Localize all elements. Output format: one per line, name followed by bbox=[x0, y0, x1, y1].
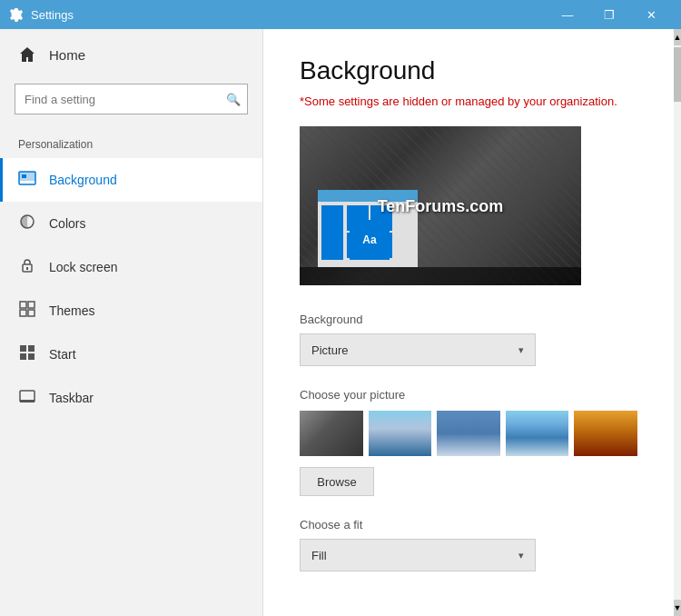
picture-thumb-3[interactable] bbox=[437, 411, 500, 456]
maximize-button[interactable]: ❐ bbox=[588, 0, 630, 29]
choose-fit-label: Choose a fit bbox=[300, 518, 637, 532]
background-dropdown-arrow: ▾ bbox=[518, 344, 524, 356]
picture-thumb-2[interactable] bbox=[369, 411, 432, 456]
home-label: Home bbox=[49, 47, 85, 63]
svg-rect-10 bbox=[20, 345, 26, 352]
background-dropdown[interactable]: Picture ▾ bbox=[300, 333, 536, 366]
scrollbar-up-button[interactable]: ▲ bbox=[674, 29, 681, 45]
settings-icon bbox=[9, 7, 24, 22]
start-icon bbox=[18, 343, 36, 365]
sidebar-lock-screen-label: Lock screen bbox=[49, 260, 117, 274]
scrollbar-down-button[interactable]: ▼ bbox=[674, 600, 681, 616]
sidebar-start-label: Start bbox=[49, 347, 76, 362]
sidebar-item-taskbar[interactable]: Taskbar bbox=[0, 376, 262, 420]
svg-rect-15 bbox=[20, 400, 35, 402]
choose-picture-label: Choose your picture bbox=[300, 388, 637, 402]
background-dropdown-value: Picture bbox=[311, 343, 348, 357]
svg-rect-5 bbox=[26, 267, 28, 270]
sidebar-taskbar-label: Taskbar bbox=[49, 391, 94, 405]
search-input[interactable] bbox=[15, 84, 248, 114]
content-area: Background *Some settings are hidden or … bbox=[263, 29, 674, 616]
choose-picture-section: Choose your picture Browse bbox=[300, 388, 637, 496]
picture-thumb-5[interactable] bbox=[574, 411, 637, 456]
svg-rect-11 bbox=[28, 345, 35, 352]
taskbar-icon bbox=[18, 387, 36, 409]
sidebar-background-label: Background bbox=[49, 173, 117, 187]
picture-thumb-1[interactable] bbox=[300, 411, 363, 456]
background-icon bbox=[18, 169, 36, 191]
sidebar-item-background[interactable]: Background bbox=[0, 158, 262, 202]
preview-aa-tile: Aa bbox=[350, 220, 390, 260]
search-wrapper: 🔍 bbox=[15, 84, 248, 114]
sidebar-item-colors[interactable]: Colors bbox=[0, 202, 262, 245]
org-notice: *Some settings are hidden or managed by … bbox=[300, 94, 637, 108]
app-container: Home 🔍 Personalization Background bbox=[0, 29, 681, 616]
svg-rect-1 bbox=[19, 172, 35, 181]
colors-icon bbox=[18, 213, 36, 234]
background-setting: Background Picture ▾ bbox=[300, 313, 637, 366]
svg-rect-12 bbox=[20, 353, 26, 360]
svg-rect-13 bbox=[28, 353, 35, 360]
personalization-section-title: Personalization bbox=[0, 129, 262, 158]
sidebar-item-home[interactable]: Home bbox=[0, 29, 262, 80]
svg-rect-7 bbox=[28, 302, 35, 308]
preview-left-tiles bbox=[321, 205, 345, 260]
sidebar-colors-label: Colors bbox=[49, 216, 85, 231]
browse-button[interactable]: Browse bbox=[300, 467, 374, 496]
sidebar-item-start[interactable]: Start bbox=[0, 333, 262, 376]
background-label: Background bbox=[300, 313, 637, 326]
choose-fit-setting: Choose a fit Fill ▾ bbox=[300, 518, 637, 571]
fit-dropdown-arrow: ▾ bbox=[518, 550, 524, 561]
preview-taskbar bbox=[300, 267, 581, 285]
titlebar-left: Settings bbox=[9, 7, 74, 22]
sidebar-item-themes[interactable]: Themes bbox=[0, 289, 262, 333]
sidebar-search-area: 🔍 bbox=[0, 80, 262, 129]
svg-rect-8 bbox=[20, 310, 26, 316]
lock-screen-icon bbox=[18, 256, 36, 278]
svg-rect-9 bbox=[28, 310, 35, 316]
page-title: Background bbox=[300, 56, 637, 85]
close-button[interactable]: ✕ bbox=[630, 0, 672, 29]
scrollbar-thumb[interactable] bbox=[674, 47, 681, 102]
sidebar-themes-label: Themes bbox=[49, 303, 95, 318]
themes-icon bbox=[18, 300, 36, 322]
minimize-button[interactable]: — bbox=[547, 0, 588, 29]
sidebar: Home 🔍 Personalization Background bbox=[0, 29, 263, 616]
preview-container: Aa TenForums.com bbox=[300, 126, 581, 285]
fit-dropdown-value: Fill bbox=[311, 549, 327, 562]
home-icon bbox=[18, 45, 36, 64]
app-title: Settings bbox=[31, 8, 74, 22]
sidebar-item-lock-screen[interactable]: Lock screen bbox=[0, 245, 262, 289]
titlebar-controls: — ❐ ✕ bbox=[547, 0, 672, 29]
svg-rect-2 bbox=[22, 174, 26, 178]
picture-grid bbox=[300, 411, 637, 456]
preview-watermark: TenForums.com bbox=[378, 196, 504, 215]
titlebar: Settings — ❐ ✕ bbox=[0, 0, 681, 29]
svg-rect-6 bbox=[20, 302, 26, 308]
scrollbar-track: ▲ ▼ bbox=[674, 29, 681, 616]
fit-dropdown[interactable]: Fill ▾ bbox=[300, 539, 536, 571]
picture-thumb-4[interactable] bbox=[506, 411, 569, 456]
